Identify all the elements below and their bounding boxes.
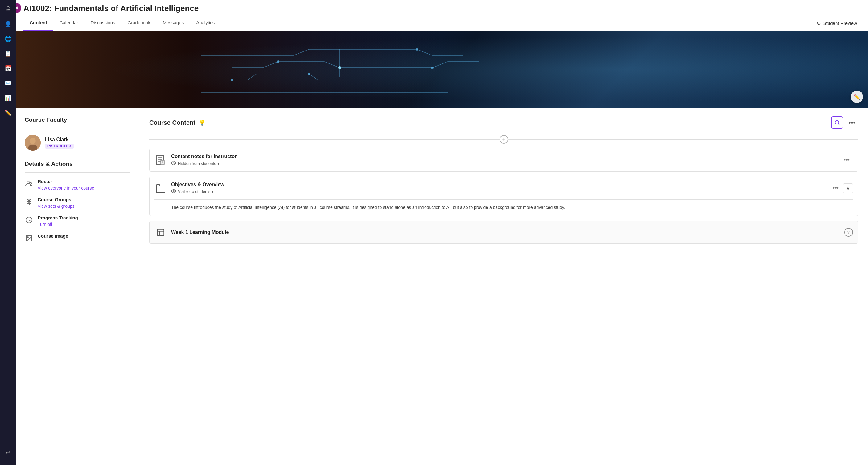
- faculty-heading: Course Faculty: [25, 117, 130, 123]
- faculty-name: Lisa Clark: [45, 137, 74, 142]
- sidebar-icon-activity[interactable]: 📊: [2, 92, 14, 104]
- sidebar-icon-person[interactable]: 👤: [2, 18, 14, 30]
- folder-icon: [156, 183, 165, 194]
- notes-more-button[interactable]: •••: [841, 155, 853, 165]
- tab-analytics[interactable]: Analytics: [190, 16, 221, 31]
- sidebar-icon-calendar[interactable]: 📅: [2, 62, 14, 74]
- visible-eye-icon: [171, 189, 176, 194]
- week-module-title: Week 1 Learning Module: [171, 230, 840, 235]
- tab-discussions[interactable]: Discussions: [85, 16, 122, 31]
- svg-point-51: [173, 191, 174, 192]
- sidebar-icon-back[interactable]: ↩: [2, 446, 14, 459]
- course-content-label: Course Content: [149, 119, 195, 126]
- tab-gradebook[interactable]: Gradebook: [122, 16, 157, 31]
- roster-icon: [25, 179, 33, 188]
- svg-line-11: [309, 74, 318, 80]
- details-item-roster: Roster View everyone in your course: [25, 179, 130, 191]
- svg-line-42: [838, 124, 839, 125]
- svg-point-34: [30, 182, 31, 184]
- sidebar-icon-globe[interactable]: 🌐: [2, 33, 14, 45]
- svg-point-19: [338, 66, 341, 69]
- groups-content: Course Groups View sets & groups: [38, 197, 74, 209]
- search-button[interactable]: [831, 117, 843, 129]
- svg-line-6: [324, 62, 340, 68]
- hero-banner: ✏️: [16, 31, 868, 108]
- roster-link[interactable]: View everyone in your course: [38, 186, 94, 191]
- sidebar-icon-institution[interactable]: 🏛: [2, 3, 14, 15]
- progress-link[interactable]: Turn off: [38, 222, 52, 227]
- svg-point-20: [277, 60, 279, 63]
- header-actions: •••: [831, 117, 858, 129]
- image-content: Course Image: [38, 233, 68, 240]
- roster-content: Roster View everyone in your course: [38, 179, 94, 191]
- hero-circuit-overlay: [16, 31, 868, 108]
- faculty-avatar: [25, 135, 41, 151]
- sidebar-icon-book[interactable]: 📋: [2, 47, 14, 60]
- svg-point-33: [27, 181, 29, 184]
- left-panel: Course Faculty Lisa Clark INSTRUCTOR: [16, 108, 140, 257]
- svg-point-36: [29, 200, 31, 202]
- svg-point-40: [27, 237, 28, 238]
- objectives-collapse-button[interactable]: ∨: [843, 184, 853, 193]
- groups-icon: [25, 198, 33, 206]
- objectives-visibility: Visible to students ▾: [171, 189, 826, 194]
- sidebar-icon-tools[interactable]: ✏️: [2, 107, 14, 119]
- add-content-button[interactable]: +: [499, 135, 508, 143]
- notes-visibility-chevron: ▾: [217, 161, 220, 166]
- svg-point-29: [431, 67, 434, 69]
- student-preview-icon: ⊙: [817, 20, 821, 26]
- avatar-svg: [25, 135, 41, 151]
- svg-rect-52: [158, 229, 164, 236]
- left-sidebar: 🏛 👤 🌐 📋 📅 ✉️ 📊 ✏️ ↩: [0, 0, 16, 465]
- progress-icon: [25, 216, 33, 224]
- faculty-role: INSTRUCTOR: [45, 143, 74, 148]
- details-item-image: Course Image: [25, 233, 130, 242]
- faculty-section: Course Faculty Lisa Clark INSTRUCTOR: [25, 117, 130, 151]
- add-line-left: [149, 139, 499, 140]
- notes-visibility-dropdown[interactable]: Hidden from students ▾: [178, 161, 220, 166]
- course-content-title-group: Course Content 💡: [149, 119, 205, 126]
- notes-title: Content notes for instructor: [171, 154, 837, 159]
- sidebar-icon-envelope[interactable]: ✉️: [2, 77, 14, 89]
- lightbulb-icon[interactable]: 💡: [198, 119, 205, 126]
- faculty-card: Lisa Clark INSTRUCTOR: [25, 135, 130, 151]
- notes-icon: [154, 154, 167, 166]
- details-heading: Details & Actions: [25, 161, 130, 167]
- student-preview-button[interactable]: ⊙ Student Preview: [813, 18, 861, 28]
- svg-point-17: [230, 79, 233, 81]
- objectives-header: Objectives & Overview Visible to student…: [150, 177, 858, 199]
- edit-banner-button[interactable]: ✏️: [851, 91, 863, 103]
- progress-content: Progress Tracking Turn off: [38, 215, 78, 227]
- image-title: Course Image: [38, 233, 68, 238]
- course-title: AI1002: Fundamentals of Artificial Intel…: [24, 4, 861, 16]
- objectives-icon: [154, 182, 167, 194]
- tab-calendar[interactable]: Calendar: [53, 16, 85, 31]
- right-panel: Course Content 💡 ••• +: [140, 108, 868, 257]
- details-item-groups: Course Groups View sets & groups: [25, 197, 130, 209]
- notes-actions: •••: [841, 155, 853, 165]
- groups-link[interactable]: View sets & groups: [38, 204, 74, 209]
- svg-line-1: [293, 49, 309, 56]
- svg-line-4: [263, 62, 278, 68]
- add-content-row: +: [149, 135, 858, 143]
- objectives-visibility-dropdown[interactable]: Visible to students ▾: [178, 189, 214, 194]
- objectives-visibility-label: Visible to students: [178, 189, 210, 194]
- content-notes-header: Content notes for instructor Hidden: [150, 149, 858, 171]
- details-item-progress: Progress Tracking Turn off: [25, 215, 130, 227]
- roster-title: Roster: [38, 179, 94, 184]
- svg-line-9: [247, 74, 256, 80]
- notes-visibility: Hidden from students ▾: [171, 161, 837, 166]
- objectives-actions: ••• ∨: [830, 183, 853, 193]
- svg-point-35: [27, 200, 29, 202]
- student-preview-label: Student Preview: [823, 21, 857, 26]
- objectives-more-button[interactable]: •••: [830, 183, 842, 193]
- svg-point-28: [416, 48, 418, 51]
- hidden-eye-icon: [171, 161, 176, 166]
- tab-messages[interactable]: Messages: [157, 16, 190, 31]
- tab-content[interactable]: Content: [24, 16, 53, 31]
- more-options-button[interactable]: •••: [846, 117, 858, 129]
- week-module-help-button[interactable]: ?: [844, 228, 853, 237]
- course-title-bar: ✕ AI1002: Fundamentals of Artificial Int…: [16, 0, 868, 16]
- course-content-header: Course Content 💡 •••: [149, 117, 858, 129]
- main-container: ✕ AI1002: Fundamentals of Artificial Int…: [16, 0, 868, 465]
